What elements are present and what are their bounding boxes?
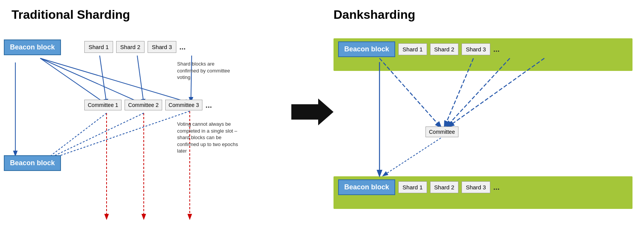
- ellipsis-bottom-dank: ...: [493, 183, 500, 192]
- shard2-top: Shard 2: [116, 41, 145, 53]
- shard1-top: Shard 1: [84, 41, 113, 53]
- committee2-box: Committee 2: [125, 100, 162, 110]
- danksharding-panel: Danksharding Beaco: [322, 0, 644, 225]
- shard-row-traditional: Shard 1 Shard 2 Shard 3 ...: [84, 41, 186, 53]
- annotation-shard-confirmed: Shard blocks are confirmed by committee …: [177, 61, 235, 81]
- committee-dank: Committee: [426, 126, 458, 137]
- svg-line-20: [383, 138, 441, 176]
- svg-line-2: [40, 58, 190, 103]
- beacon-block-top-traditional: Beacon block: [4, 39, 61, 55]
- ellipsis-top-dank: ...: [493, 45, 500, 54]
- ellipsis-committee: ...: [205, 101, 212, 110]
- svg-line-9: [50, 113, 107, 156]
- svg-marker-14: [291, 99, 334, 125]
- shard3-bottom-dank: Shard 3: [462, 181, 490, 193]
- beacon-block-top-dank: Beacon block: [338, 41, 395, 57]
- transition-arrow: [291, 99, 334, 127]
- svg-line-10: [50, 113, 144, 158]
- shard1-top-dank: Shard 1: [398, 43, 427, 55]
- shard2-top-dank: Shard 2: [430, 43, 459, 55]
- ellipsis-shard: ...: [179, 43, 186, 51]
- danksharding-bottom-row: Beacon block Shard 1 Shard 2 Shard 3 ...: [338, 179, 499, 195]
- shard3-top-dank: Shard 3: [462, 43, 490, 55]
- traditional-sharding-panel: Traditional Sharding: [0, 0, 322, 225]
- shard3-top: Shard 3: [148, 41, 176, 53]
- svg-line-1: [40, 58, 144, 104]
- shard1-bottom-dank: Shard 1: [398, 181, 427, 193]
- committee3-box: Committee 3: [165, 100, 202, 110]
- svg-line-4: [137, 56, 144, 103]
- svg-line-3: [100, 56, 107, 103]
- traditional-svg: [0, 0, 322, 225]
- beacon-block-bottom-dank: Beacon block: [338, 179, 395, 195]
- committee1-box: Committee 1: [84, 100, 122, 110]
- traditional-title: Traditional Sharding: [12, 8, 310, 22]
- svg-line-11: [50, 111, 190, 159]
- svg-line-0: [40, 58, 107, 104]
- danksharding-top-row: Beacon block Shard 1 Shard 2 Shard 3 ...: [338, 41, 499, 57]
- committee-row: Committee 1 Committee 2 Committee 3 ...: [84, 100, 212, 110]
- danksharding-title: Danksharding: [334, 8, 632, 22]
- beacon-block-bottom-traditional: Beacon block: [4, 155, 61, 171]
- shard2-bottom-dank: Shard 2: [430, 181, 459, 193]
- arrow-svg: [291, 99, 334, 125]
- annotation-voting-delay: Voting cannot always be completed in a s…: [177, 121, 242, 154]
